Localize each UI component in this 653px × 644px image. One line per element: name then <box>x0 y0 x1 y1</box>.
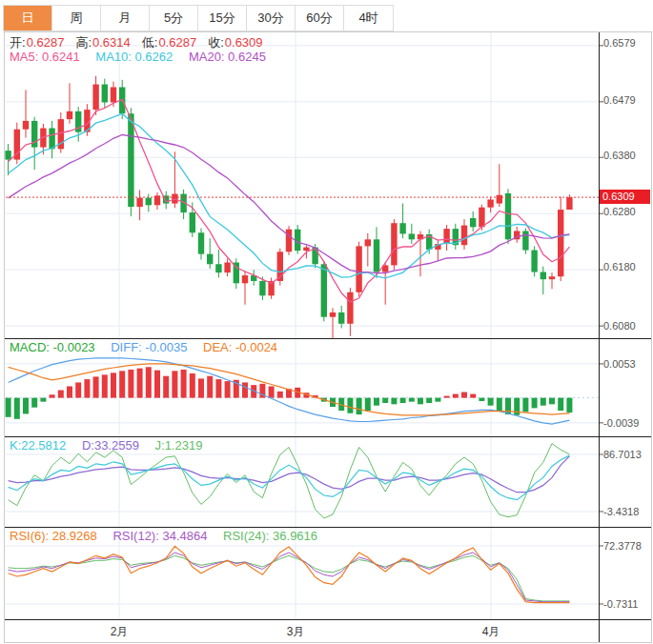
candle-body <box>321 264 327 316</box>
rsi12-legend: RSI(12): 34.4864 <box>112 529 207 543</box>
tab-daily[interactable]: 日 <box>4 6 52 30</box>
tab-30min[interactable]: 30分 <box>247 6 296 30</box>
macd-hist-bar <box>277 392 283 398</box>
candle-body <box>190 212 195 232</box>
macd-hist-bar <box>566 398 572 413</box>
x-label-mar: 3月 <box>287 624 305 640</box>
macd-hist-bar <box>225 381 231 398</box>
period-tabbar: 日 周 月 5分 15分 30分 60分 4时 <box>3 5 394 31</box>
macd-hist-bar <box>541 398 546 406</box>
candle-body <box>338 312 344 324</box>
candle-body <box>487 199 493 207</box>
kdj-tick-0: 86.7013 <box>603 449 642 460</box>
macd-hist-bar <box>128 370 133 398</box>
j-legend: J:1.2319 <box>155 438 203 453</box>
candle-body <box>391 223 397 265</box>
macd-hist-bar <box>365 398 371 411</box>
candle-body <box>67 111 72 119</box>
dea-legend: DEA: -0.0024 <box>203 340 277 354</box>
k-legend: K:22.5812 <box>10 438 66 453</box>
x-label-feb: 2月 <box>111 624 129 640</box>
macd-hist-bar <box>75 382 81 397</box>
price-tick-3: 0.6280 <box>603 206 636 217</box>
macd-hist-bar <box>470 394 476 398</box>
d-line <box>9 456 570 493</box>
macd-hist-bar <box>137 369 143 398</box>
candle-body <box>136 198 142 207</box>
candle-body <box>128 113 133 207</box>
rsi6-legend: RSI(6): 28.9268 <box>10 529 97 543</box>
macd-hist-bar <box>154 371 160 398</box>
macd-hist-bar <box>14 398 20 419</box>
candle-body <box>102 85 108 103</box>
macd-hist-bar <box>488 398 494 406</box>
candle-body <box>365 239 371 246</box>
macd-hist-bar <box>374 398 379 406</box>
macd-hist-bar <box>40 398 46 402</box>
macd-hist-bar <box>400 398 406 403</box>
macd-hist-bar <box>444 396 450 398</box>
candle-body <box>303 248 309 252</box>
candle-body <box>5 151 10 159</box>
candle-body <box>92 85 98 111</box>
ma20-legend: MA20: 0.6245 <box>189 50 266 64</box>
candle-body <box>259 281 265 295</box>
tab-5min[interactable]: 5分 <box>150 6 198 30</box>
candle-body <box>549 276 555 279</box>
legend-kdj: K:22.5812 D:33.2559 J:1.2319 <box>10 438 214 453</box>
macd-hist-bar <box>102 374 108 397</box>
tab-60min[interactable]: 60分 <box>296 6 344 30</box>
price-tick-1: 0.6479 <box>603 94 636 106</box>
candle-body <box>198 232 204 253</box>
tab-15min[interactable]: 15分 <box>198 6 247 30</box>
candle-body <box>356 246 361 292</box>
macd-hist-bar <box>198 378 204 397</box>
rsi24-legend: RSI(24): 36.9616 <box>223 529 317 543</box>
macd-hist-bar <box>497 398 502 411</box>
ma5-line <box>9 99 570 302</box>
candle-body <box>374 239 379 272</box>
macd-hist-bar <box>505 398 511 415</box>
candle-body <box>49 129 54 150</box>
tab-weekly[interactable]: 周 <box>52 6 101 30</box>
macd-hist-bar <box>172 371 177 397</box>
low-value: 0.6287 <box>158 35 196 50</box>
candle-body <box>207 254 213 265</box>
candle-body <box>347 292 353 324</box>
rsi12-line <box>9 553 570 602</box>
last-price-badge: 0.6309 <box>600 190 650 204</box>
candle-body <box>295 230 300 251</box>
macd-hist-bar <box>58 391 64 398</box>
macd-hist-bar <box>242 382 248 397</box>
macd-hist-bar <box>426 398 432 403</box>
macd-hist-bar <box>215 379 221 398</box>
candle-body <box>242 275 248 283</box>
macd-hist-bar <box>50 394 55 397</box>
k-line <box>9 455 570 500</box>
candle-body <box>531 251 537 272</box>
candle-body <box>111 88 116 103</box>
tab-monthly[interactable]: 月 <box>101 6 150 30</box>
close-label: 收: <box>208 35 224 50</box>
candle-body <box>522 231 528 250</box>
x-label-apr: 4月 <box>482 624 500 640</box>
candle-body <box>461 226 467 246</box>
chart-canvas[interactable] <box>4 31 653 643</box>
macd-tick-0: 0.0053 <box>603 358 636 370</box>
macd-hist-bar <box>31 398 37 408</box>
price-tick-5: 0.6080 <box>603 320 636 332</box>
macd-hist-bar <box>84 379 90 398</box>
candle-body <box>566 197 572 210</box>
macd-hist-bar <box>119 371 125 397</box>
chart-frame <box>5 32 652 643</box>
macd-hist-bar <box>532 398 538 409</box>
macd-hist-bar <box>207 376 213 398</box>
open-value: 0.6287 <box>27 35 65 50</box>
legend-macd: MACD: -0.0023 DIFF: -0.0035 DEA: -0.0024 <box>10 340 290 354</box>
rsi6-line <box>9 546 570 602</box>
macd-hist-bar <box>269 386 275 397</box>
tab-4hour[interactable]: 4时 <box>344 6 393 30</box>
macd-tick-1: -0.0039 <box>603 417 639 429</box>
macd-hist-bar <box>93 376 99 397</box>
rsi-tick-1: -0.7311 <box>603 598 639 610</box>
